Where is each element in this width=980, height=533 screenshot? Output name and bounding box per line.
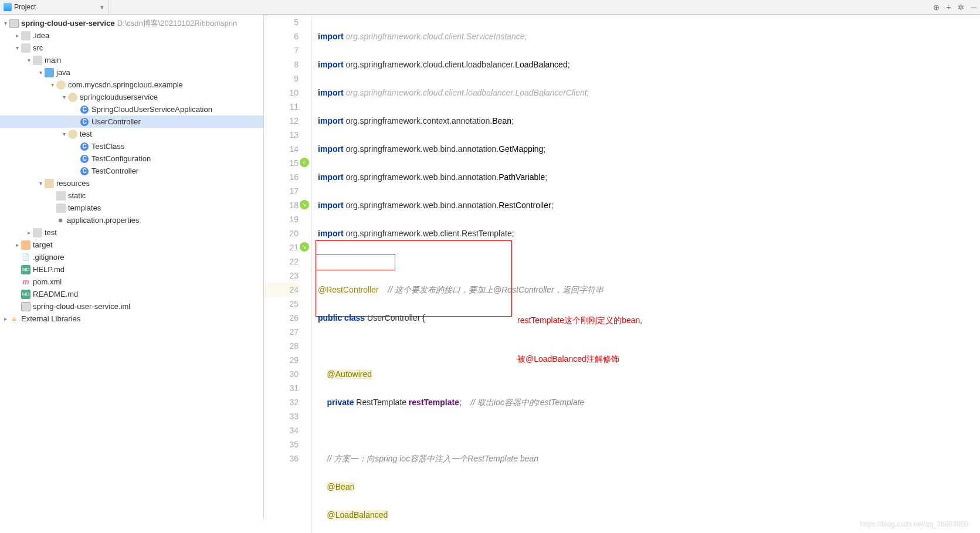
expander-icon[interactable]: ▾ — [1, 20, 9, 26]
tree-item-pom[interactable]: mpom.xml — [0, 276, 263, 288]
md-icon: MD — [21, 290, 30, 299]
tree-item-class[interactable]: TestController — [0, 165, 263, 177]
tree-item-target[interactable]: ▸target — [0, 239, 263, 251]
editor-area: SpringCloudUserServiceApplication.java× … — [264, 15, 980, 519]
target-icon[interactable]: ⊕ — [933, 3, 940, 12]
tree-item-java[interactable]: ▾java — [0, 66, 263, 79]
tree-item-file[interactable]: spring-cloud-user-service.iml — [0, 300, 263, 313]
project-icon — [4, 3, 12, 11]
expander-icon[interactable]: ▾ — [36, 180, 45, 186]
expander-icon[interactable]: ▸ — [13, 242, 21, 248]
dropdown-arrow-icon: ▼ — [99, 4, 105, 11]
file-icon: 📄 — [21, 253, 30, 262]
gear-icon[interactable]: ✲ — [958, 3, 964, 12]
code-line: import org.springframework.web.client.Re… — [318, 226, 980, 240]
tree-path: D:\csdn博客\20210102Ribbon\sprin — [117, 18, 238, 29]
collapse-icon[interactable]: ─ — [971, 3, 976, 12]
class-icon — [80, 117, 89, 127]
watermark-text: https://blog.csdn.net/qq_36963950 — [860, 520, 968, 528]
source-folder-icon — [45, 68, 54, 77]
tree-item-file[interactable]: 📄.gitignore — [0, 251, 263, 263]
code-line — [318, 339, 980, 353]
annotation-note: restTemplate这个刚刚定义的bean, 被@LoadBalanced注… — [517, 288, 642, 391]
class-icon — [80, 167, 89, 176]
expander-icon[interactable]: ▾ — [13, 45, 21, 51]
project-toolbar: Project ▼ ⊕ ÷ ✲ ─ — [0, 0, 980, 15]
override-mark-icon[interactable]: ↘ — [300, 242, 309, 252]
folder-icon — [21, 43, 30, 53]
expander-icon[interactable]: ▾ — [60, 94, 68, 100]
tree-item-resources[interactable]: ▾resources — [0, 177, 263, 189]
code-line: @Autowired — [318, 367, 980, 381]
tree-item-class[interactable]: SpringCloudUserServiceApplication — [0, 103, 263, 116]
tree-item-package-sub[interactable]: ▾springclouduserservice — [0, 91, 263, 103]
tree-item-properties[interactable]: application.properties — [0, 214, 263, 226]
expander-icon[interactable]: ▾ — [25, 57, 33, 63]
annotation-highlight-box — [316, 240, 512, 317]
override-mark-icon[interactable]: c — [300, 158, 309, 167]
target-folder-icon — [21, 240, 30, 250]
code-line: import org.springframework.web.bind.anno… — [318, 170, 980, 184]
class-icon — [80, 142, 89, 151]
code-content[interactable]: import org.springframework.cloud.client.… — [312, 15, 980, 533]
project-tree-panel: ▾ spring-cloud-user-service D:\csdn博客\20… — [0, 15, 264, 519]
expander-icon[interactable]: ▸ — [13, 32, 21, 39]
package-icon — [56, 80, 66, 90]
tree-item-package[interactable]: ▾com.mycsdn.springcloud.example — [0, 79, 263, 91]
project-tree[interactable]: ▾ spring-cloud-user-service D:\csdn博客\20… — [0, 15, 263, 327]
code-line — [318, 254, 980, 269]
tree-item-main[interactable]: ▾main — [0, 54, 263, 66]
tree-item-idea[interactable]: ▸.idea — [0, 29, 263, 42]
code-line: @Bean — [318, 480, 980, 494]
tree-item-class[interactable]: TestConfiguration — [0, 152, 263, 165]
code-line: @RestController // 这个要发布的接口，要加上@RestCont… — [318, 283, 980, 297]
folder-icon — [21, 31, 30, 40]
tree-item-class[interactable]: TestClass — [0, 140, 263, 152]
package-icon — [68, 130, 77, 139]
override-mark-icon[interactable]: ↘ — [300, 200, 309, 209]
code-line: import org.springframework.cloud.client.… — [318, 86, 980, 100]
code-line: import org.springframework.cloud.client.… — [318, 57, 980, 72]
project-selector[interactable]: Project ▼ — [4, 0, 109, 14]
folder-icon — [33, 228, 42, 237]
expander-icon[interactable]: ▸ — [25, 229, 33, 236]
module-icon — [9, 19, 19, 28]
expander-icon[interactable]: ▾ — [48, 82, 56, 88]
module-icon — [21, 302, 30, 311]
properties-icon — [56, 216, 65, 225]
tree-item-src[interactable]: ▾src — [0, 42, 263, 54]
expander-icon[interactable]: ▾ — [60, 131, 68, 137]
expand-icon[interactable]: ÷ — [947, 3, 951, 12]
code-line: import org.springframework.context.annot… — [318, 114, 980, 128]
code-line: private RestTemplate restTemplate; // 取出… — [318, 395, 980, 409]
tree-item-test-pkg[interactable]: ▾test — [0, 128, 263, 140]
tree-item-libs[interactable]: ▸External Libraries — [0, 313, 263, 325]
class-icon — [80, 105, 89, 114]
library-icon — [9, 314, 19, 324]
maven-icon: m — [21, 277, 30, 287]
tree-item-class-selected[interactable]: UserController — [0, 116, 263, 128]
tree-item-test[interactable]: ▸test — [0, 226, 263, 239]
md-icon: MD — [21, 265, 30, 274]
tree-root[interactable]: ▾ spring-cloud-user-service D:\csdn博客\20… — [0, 17, 263, 29]
tree-item-file[interactable]: MDREADME.md — [0, 288, 263, 300]
code-line — [318, 423, 980, 437]
package-icon — [68, 93, 77, 102]
code-line: public class UserController { — [318, 311, 980, 325]
line-gutter: 5678910111213141516171819202122232425262… — [264, 15, 312, 533]
code-line: // 方案一：向spring ioc容器中注入一个RestTemplate be… — [318, 451, 980, 466]
expander-icon[interactable]: ▸ — [1, 315, 9, 322]
folder-icon — [56, 191, 66, 201]
tree-item-static[interactable]: static — [0, 189, 263, 202]
folder-icon — [33, 56, 42, 65]
resources-folder-icon — [45, 179, 54, 188]
tree-item-templates[interactable]: templates — [0, 202, 263, 214]
code-line: import org.springframework.web.bind.anno… — [318, 198, 980, 212]
tool-icons-group: ⊕ ÷ ✲ ─ — [933, 3, 976, 12]
project-label: Project — [14, 3, 36, 11]
tree-item-file[interactable]: MDHELP.md — [0, 263, 263, 276]
expander-icon[interactable]: ▾ — [36, 69, 45, 76]
folder-icon — [56, 203, 66, 213]
code-editor[interactable]: 5678910111213141516171819202122232425262… — [264, 15, 980, 533]
tree-label: spring-cloud-user-service — [21, 19, 115, 28]
